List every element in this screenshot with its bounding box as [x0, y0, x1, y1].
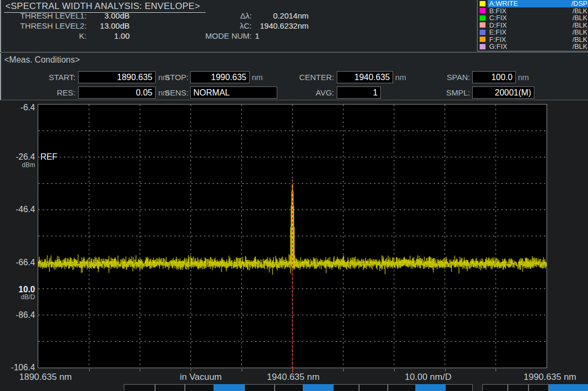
trace-row-c[interactable]: C:FIX/BLK: [478, 14, 588, 22]
y-tick-4: -86.4: [0, 310, 35, 320]
trace-b-color-swatch: [480, 8, 485, 13]
start-input[interactable]: 1890.635: [78, 71, 156, 83]
spectrum-chart: -6.4 -26.4 dBm -46.4 -66.4 10.0 dB/D -86…: [0, 100, 588, 391]
sens-input[interactable]: NORMAL: [190, 86, 277, 99]
meas-conditions-title: <Meas. Conditions>: [4, 55, 80, 65]
avg-label: AVG:: [295, 88, 334, 97]
y-scale-unit: dB/D: [0, 293, 35, 301]
softkey-segment-9[interactable]: [359, 384, 388, 391]
avg-input[interactable]: 1: [337, 86, 381, 99]
trace-legend: A:WRITE/DSP B:FIX/BLK C:FIX/BLK D:FIX/BL…: [477, 0, 588, 51]
softkey-segment-15[interactable]: [529, 384, 549, 391]
ref-level-label: REF: [40, 152, 57, 162]
plot-area: [38, 104, 547, 368]
trace-f-color-swatch: [480, 37, 485, 42]
center-input[interactable]: 1940.635: [337, 71, 393, 83]
x-stop-label: 1990.635 nm: [502, 372, 576, 383]
x-tick-3: [191, 369, 191, 371]
trace-row-e[interactable]: E:FIX/BLK: [478, 29, 588, 36]
softkey-segment-12[interactable]: [445, 384, 473, 391]
softkey-segment-14[interactable]: [508, 384, 529, 391]
softkey-strip: [0, 384, 588, 391]
vacuum-medium-label: in Vacuum: [158, 372, 243, 383]
x-tick-8: [445, 369, 446, 371]
x-tick-1: [89, 369, 90, 371]
softkey-segment-3[interactable]: [185, 384, 214, 391]
y-unit-label: dBm: [0, 161, 35, 169]
softkey-segment-16[interactable]: [549, 384, 588, 391]
center-unit: nm: [395, 73, 406, 82]
span-unit: nm: [518, 73, 529, 82]
res-label: RES:: [17, 88, 75, 97]
trace-b-label: B:FIX: [489, 7, 573, 14]
softkey-segment-6[interactable]: [275, 384, 303, 391]
softkey-segment-10[interactable]: [388, 384, 416, 391]
smpl-input[interactable]: 20001(M): [472, 86, 534, 99]
softkey-segment-1[interactable]: [124, 384, 155, 391]
lambda-c-value: 1940.6232nm: [255, 21, 309, 30]
trace-f-status: /BLK: [573, 36, 587, 43]
sens-label: SENS:: [147, 88, 189, 97]
trace-g-label: G:FIX: [489, 43, 573, 50]
trace-row-f[interactable]: F:FIX/BLK: [478, 36, 588, 44]
trace-a-color-swatch: [480, 1, 485, 6]
softkey-segment-8[interactable]: [333, 384, 359, 391]
span-label: SPAN:: [431, 73, 470, 82]
x-tick-4: [242, 369, 242, 371]
trace-e-label: E:FIX: [489, 29, 573, 36]
lambda-c-label: λC:: [176, 21, 252, 30]
mode-num-label: MODE NUM:: [176, 31, 252, 40]
y-tick-0: -6.4: [0, 103, 35, 112]
trace-f-label: F:FIX: [489, 36, 573, 43]
x-axis-labels: 1890.635 nm in Vacuum 1940.635 nm 10.00 …: [0, 372, 588, 384]
trace-e-status: /BLK: [573, 29, 587, 36]
thresh-level1-label: THRESH LEVEL1:: [16, 11, 87, 20]
k-factor-value: 1.00: [92, 31, 130, 40]
trace-b-status: /BLK: [573, 7, 587, 14]
y-tick-5: -106.4: [0, 363, 35, 372]
trace-c-color-swatch: [480, 15, 485, 21]
softkey-segment-11[interactable]: [416, 384, 445, 391]
trace-a-status: /DSP: [572, 0, 587, 7]
softkey-segment-4[interactable]: [214, 384, 244, 391]
stop-label: STOP:: [147, 73, 189, 82]
stop-input[interactable]: 1990.635: [190, 71, 250, 83]
softkey-segment-13[interactable]: [482, 384, 508, 391]
x-center-label: 1940.635 nm: [251, 372, 336, 383]
y-tick-1: -26.4: [0, 152, 35, 162]
trace-c-label: C:FIX: [489, 14, 573, 21]
delta-lambda-value: 0.2014nm: [255, 11, 309, 20]
trace-d-label: D:FIX: [489, 22, 573, 29]
trace-g-color-swatch: [480, 44, 485, 49]
trace-row-d[interactable]: D:FIX/BLK: [478, 22, 588, 29]
smpl-label: SMPL:: [431, 88, 470, 97]
thresh-level2-label: THRESH LEVEL2:: [16, 21, 87, 30]
y-tick-3: -66.4: [0, 258, 35, 267]
trace-row-b[interactable]: B:FIX/BLK: [478, 7, 588, 15]
trace-a-label: A:WRITE: [489, 0, 572, 7]
trace-row-g[interactable]: G:FIX/BLK: [478, 43, 588, 50]
x-tick-9: [496, 369, 496, 371]
y-tick-2: -46.4: [0, 205, 35, 214]
softkey-segment-7[interactable]: [303, 384, 333, 391]
softkey-segment-2[interactable]: [155, 384, 185, 391]
trace-c-status: /BLK: [573, 14, 587, 21]
start-label: START:: [17, 73, 75, 82]
x-scale-label: 10.00 nm/D: [386, 372, 471, 383]
osa-screen: <SPECTRAL WIDTH ANALYSIS: ENVELOPE> THRE…: [0, 0, 588, 391]
softkey-segment-5[interactable]: [244, 384, 275, 391]
x-tick-2: [140, 369, 140, 371]
x-tick-7: [394, 369, 395, 371]
trace-d-status: /BLK: [573, 22, 587, 29]
meas-conditions-panel: <Meas. Conditions> START: 1890.635 nm ST…: [0, 53, 588, 100]
span-input[interactable]: 100.0: [472, 71, 516, 83]
trace-row-a[interactable]: A:WRITE/DSP: [478, 0, 588, 7]
trace-e-color-swatch: [480, 30, 485, 35]
trace-d-color-swatch: [480, 22, 485, 28]
mode-num-value: 1: [255, 31, 309, 40]
delta-lambda-label: Δλ:: [176, 11, 252, 20]
thresh-level2-value: 13.00dB: [92, 21, 130, 30]
res-input[interactable]: 0.05: [78, 86, 156, 99]
center-label: CENTER:: [287, 73, 334, 82]
k-factor-label: K:: [16, 31, 87, 40]
